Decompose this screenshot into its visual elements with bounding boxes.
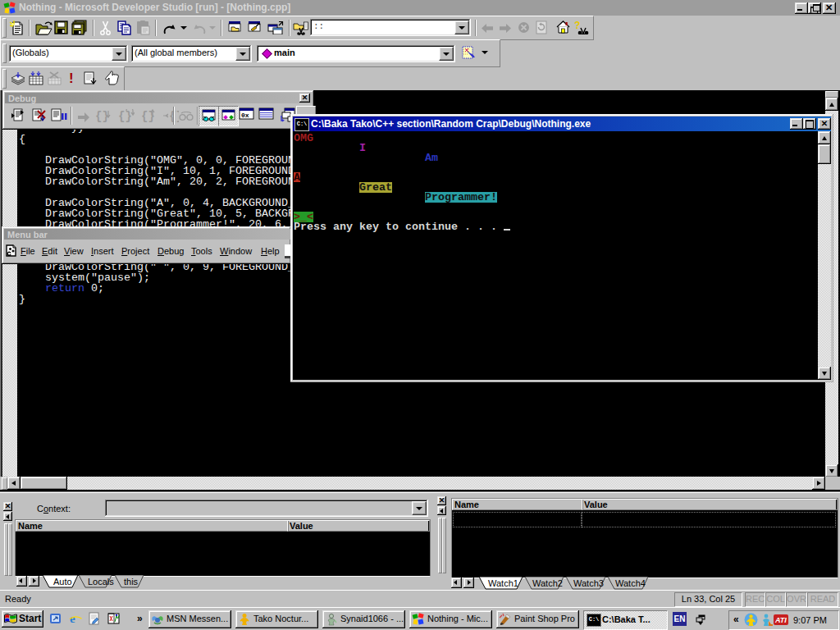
svg-text:this: this <box>124 577 139 587</box>
svg-text:Watch2: Watch2 <box>532 578 563 588</box>
svg-text:ATI: ATI <box>774 616 787 624</box>
svg-text:Locals: Locals <box>88 577 114 587</box>
svg-text:0x: 0x <box>241 112 249 119</box>
svg-text:?: ? <box>574 20 580 31</box>
svg-text:Watch3: Watch3 <box>573 578 604 588</box>
svg-text:Auto: Auto <box>53 577 72 587</box>
svg-text:Watch4: Watch4 <box>615 578 646 588</box>
svg-text:{}: {} <box>118 110 132 122</box>
svg-text:Watch1: Watch1 <box>488 578 518 588</box>
